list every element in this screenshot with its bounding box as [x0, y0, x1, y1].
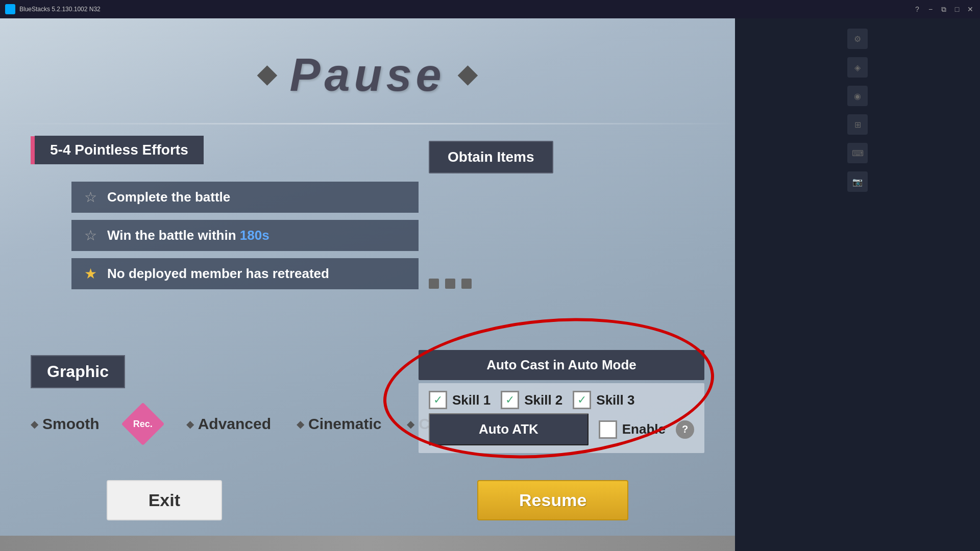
- sidebar-icon-2[interactable]: ◈: [847, 57, 868, 78]
- maximize-icon[interactable]: □: [952, 5, 962, 14]
- skill-1-item[interactable]: ✓ Skill 1: [429, 391, 491, 409]
- titlebar: BlueStacks 5.2.130.1002 N32 ? − ⧉ □ ✕: [0, 0, 980, 18]
- pause-title-area: Pause: [260, 49, 475, 102]
- enable-item: Enable: [599, 420, 666, 439]
- pause-title: Pause: [289, 49, 445, 102]
- close-icon[interactable]: ✕: [966, 5, 975, 14]
- auto-cast-title: Auto Cast in Auto Mode: [419, 350, 704, 380]
- enable-label: Enable: [622, 421, 666, 437]
- objective-2: ☆ Win the battle within 180s: [71, 220, 419, 251]
- title-divider: [0, 123, 735, 124]
- quality-cinematic[interactable]: ◆ Cinematic: [297, 415, 381, 433]
- sidebar-icon-1[interactable]: ⚙: [847, 29, 868, 49]
- advanced-diamond-icon: ◆: [186, 418, 194, 430]
- skill-2-checkbox[interactable]: ✓: [501, 391, 519, 409]
- resume-button[interactable]: Resume: [477, 480, 628, 520]
- objective-3-text: No deployed member has retreated: [107, 266, 329, 282]
- sidebar-icon-6[interactable]: 📷: [847, 171, 868, 192]
- star-2-icon: ☆: [84, 227, 97, 244]
- skill-3-label: Skill 3: [596, 392, 634, 408]
- advanced-label: Advanced: [198, 415, 271, 433]
- auto-atk-row: Auto ATK Enable ?: [429, 413, 694, 445]
- cinematic-diamond-icon: ◆: [297, 418, 304, 430]
- skill-1-checkbox[interactable]: ✓: [429, 391, 447, 409]
- dot-3: [461, 279, 472, 289]
- help-icon[interactable]: ?: [913, 5, 922, 14]
- auto-cast-section: Auto Cast in Auto Mode ✓ Skill 1 ✓ Skill…: [419, 350, 704, 453]
- bottom-bar: [0, 536, 735, 551]
- objective-1: ☆ Complete the battle: [71, 182, 419, 213]
- skills-row: ✓ Skill 1 ✓ Skill 2 ✓ Skill 3: [429, 391, 694, 409]
- help-button[interactable]: ?: [676, 420, 694, 439]
- exit-button[interactable]: Exit: [107, 480, 222, 520]
- objectives-list: ☆ Complete the battle ☆ Win the battle w…: [71, 182, 419, 289]
- titlebar-controls: ? − ⧉ □ ✕: [913, 5, 975, 14]
- skill-2-label: Skill 2: [524, 392, 562, 408]
- enable-checkbox[interactable]: [599, 420, 617, 439]
- dot-1: [429, 279, 439, 289]
- titlebar-title: BlueStacks 5.2.130.1002 N32: [19, 6, 101, 13]
- quality-rec[interactable]: Rec.: [125, 406, 161, 442]
- dot-2: [445, 279, 455, 289]
- skill-1-label: Skill 1: [452, 392, 491, 408]
- objective-2-text: Win the battle within 180s: [107, 228, 270, 243]
- right-diamond-icon: [458, 65, 478, 86]
- skill-3-checkbox[interactable]: ✓: [573, 391, 591, 409]
- right-sidebar: ⚙ ◈ ◉ ⊞ ⌨ 📷: [735, 18, 980, 551]
- sidebar-icon-5[interactable]: ⌨: [847, 143, 868, 163]
- left-diamond-icon: [257, 65, 278, 86]
- cinematic-label: Cinematic: [308, 415, 381, 433]
- smooth-diamond-icon: ◆: [31, 418, 38, 430]
- graphic-label: Graphic: [31, 355, 125, 388]
- skill-3-item[interactable]: ✓ Skill 3: [573, 391, 634, 409]
- level-accent: [31, 136, 35, 164]
- bluestacks-logo: [5, 4, 15, 14]
- level-title-area: 5-4 Pointless Efforts: [31, 136, 204, 164]
- star-3-icon: ★: [84, 265, 97, 282]
- bottom-buttons: Exit Resume: [0, 480, 735, 520]
- restore-icon[interactable]: ⧉: [939, 5, 948, 14]
- auto-atk-button[interactable]: Auto ATK: [429, 413, 589, 445]
- customized-diamond-icon: ◆: [407, 418, 414, 430]
- smooth-label: Smooth: [42, 415, 100, 433]
- level-name: 5-4 Pointless Efforts: [35, 136, 204, 164]
- obtain-items-button[interactable]: Obtain Items: [429, 141, 553, 173]
- minimize-icon[interactable]: −: [926, 5, 935, 14]
- graphic-section: Graphic: [31, 355, 125, 388]
- sidebar-icon-4[interactable]: ⊞: [847, 114, 868, 135]
- quality-advanced[interactable]: ◆ Advanced: [186, 415, 271, 433]
- rec-label: Rec.: [133, 419, 153, 430]
- objective-1-text: Complete the battle: [107, 189, 230, 205]
- skill-2-item[interactable]: ✓ Skill 2: [501, 391, 562, 409]
- quality-smooth[interactable]: ◆ Smooth: [31, 415, 100, 433]
- objective-3: ★ No deployed member has retreated: [71, 258, 419, 289]
- sidebar-icon-3[interactable]: ◉: [847, 86, 868, 106]
- game-area: Pause 5-4 Pointless Efforts Obtain Items…: [0, 18, 735, 551]
- pagination-dots: [429, 279, 472, 289]
- star-1-icon: ☆: [84, 189, 97, 206]
